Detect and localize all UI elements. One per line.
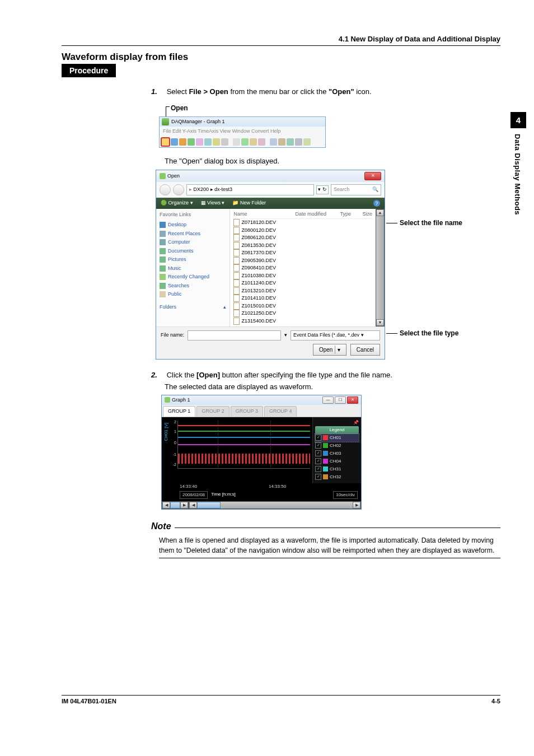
file-item[interactable]: Z0817370.DEV bbox=[232, 249, 373, 257]
tab-group2[interactable]: GROUP 2 bbox=[196, 406, 229, 417]
save-icon[interactable] bbox=[171, 138, 178, 146]
tab-group3[interactable]: GROUP 3 bbox=[231, 406, 263, 417]
file-item[interactable]: Z1021250.DEV bbox=[232, 310, 373, 318]
page-header: 4.1 New Display of Data and Additional D… bbox=[62, 35, 500, 45]
toolbar-icon[interactable] bbox=[303, 138, 311, 146]
file-item[interactable]: Z1010380.DEV bbox=[232, 272, 373, 280]
nav-back-icon[interactable] bbox=[160, 184, 171, 195]
toolbar-icon[interactable] bbox=[221, 138, 228, 146]
close-icon[interactable]: ✕ bbox=[364, 172, 381, 180]
toolbar-icon[interactable] bbox=[295, 138, 302, 146]
sidebar-item-documents[interactable]: Documents bbox=[160, 247, 226, 256]
open-button[interactable]: Open▾ bbox=[313, 344, 346, 356]
cancel-button[interactable]: Cancel bbox=[350, 344, 380, 356]
legend-item[interactable]: ✓CH04 bbox=[315, 458, 359, 465]
sidebar-item-computer[interactable]: Computer bbox=[160, 238, 226, 247]
filetype-select[interactable]: Event Data Files (*.dae, *.dev ▾ bbox=[291, 330, 380, 340]
search-input[interactable]: Search🔍 bbox=[331, 184, 381, 195]
checkbox-icon[interactable]: ✓ bbox=[315, 450, 321, 456]
file-icon bbox=[233, 257, 240, 264]
color-swatch bbox=[323, 474, 328, 479]
file-icon bbox=[233, 272, 240, 279]
note-body: When a file is opened and displayed as a… bbox=[159, 535, 500, 559]
help-icon[interactable]: ? bbox=[373, 200, 380, 207]
file-icon bbox=[233, 234, 240, 241]
sidebar-item-searches[interactable]: Searches bbox=[160, 282, 226, 291]
folders-toggle[interactable]: Folders▴ bbox=[160, 304, 226, 311]
file-item[interactable]: Z1014110.DEV bbox=[232, 295, 373, 302]
sidebar-item-pictures[interactable]: Pictures bbox=[160, 255, 226, 264]
checkbox-icon[interactable]: ✓ bbox=[315, 466, 321, 472]
new-folder-button[interactable]: 📁 New Folder bbox=[232, 199, 266, 207]
date-display: 2008/02/08 bbox=[180, 491, 208, 499]
views-menu[interactable]: ▦ Views ▾ bbox=[201, 199, 225, 207]
open-icon[interactable] bbox=[161, 138, 170, 146]
file-icon bbox=[233, 302, 240, 310]
group-tabs: GROUP 1 GROUP 2 GROUP 3 GROUP 4 bbox=[162, 405, 361, 417]
checkbox-icon[interactable]: ✓ bbox=[315, 474, 321, 480]
file-item[interactable]: Z1013210.DEV bbox=[232, 287, 373, 295]
file-item[interactable]: Z0905390.DEV bbox=[232, 257, 373, 265]
scroll-down-icon[interactable]: ▼ bbox=[376, 319, 384, 326]
legend-item[interactable]: ✓CH31 bbox=[315, 465, 359, 473]
waveform-plot[interactable]: CH01 [V] 2 1 0 -1 -2 bbox=[162, 417, 312, 480]
toolbar-icon[interactable] bbox=[196, 138, 203, 146]
toolbar-icon[interactable] bbox=[250, 138, 257, 146]
file-item[interactable]: Z0813530.DEV bbox=[232, 242, 373, 250]
toolbar-icon[interactable] bbox=[287, 138, 294, 146]
toolbar-icon[interactable] bbox=[278, 138, 285, 146]
file-item[interactable]: Z1015010.DEV bbox=[232, 302, 373, 310]
nav-fwd-icon[interactable] bbox=[173, 184, 184, 195]
file-icon bbox=[233, 295, 240, 302]
close-icon[interactable]: ✕ bbox=[347, 396, 358, 404]
procedure-heading: Procedure bbox=[62, 64, 116, 77]
maximize-icon[interactable]: ☐ bbox=[335, 396, 346, 404]
checkbox-icon[interactable]: ✓ bbox=[315, 435, 321, 441]
sidebar-item-music[interactable]: Music bbox=[160, 264, 226, 273]
file-item[interactable]: Z1315400.DEV bbox=[232, 318, 373, 325]
toolbar-icon[interactable] bbox=[179, 138, 186, 146]
cut-icon[interactable] bbox=[233, 138, 240, 146]
file-item[interactable]: Z0908410.DEV bbox=[232, 264, 373, 272]
dialog-icon bbox=[160, 173, 166, 179]
file-item[interactable]: Z0718120.DEV bbox=[232, 219, 373, 227]
file-item[interactable]: Z0800120.DEV bbox=[232, 227, 373, 235]
sidebar-item-public[interactable]: Public bbox=[160, 290, 226, 299]
scrollbar-vertical[interactable]: ▲ ▼ bbox=[376, 209, 385, 326]
filename-input[interactable] bbox=[188, 330, 281, 340]
menu-bar[interactable]: File Edit Y-Axis TimeAxis View Window Co… bbox=[160, 127, 325, 137]
sidebar-item-recent[interactable]: Recent Places bbox=[160, 230, 226, 239]
footer-left: IM 04L47B01-01EN bbox=[62, 698, 116, 704]
path-bar[interactable]: ▸ DX200 ▸ dx-test3 bbox=[186, 184, 314, 195]
footer-right: 4-5 bbox=[491, 698, 500, 704]
legend-item[interactable]: ✓CH01 bbox=[315, 434, 359, 442]
column-headers[interactable]: Name Date modified Type Size bbox=[232, 210, 373, 220]
toolbar-icon[interactable] bbox=[188, 138, 195, 146]
organize-menu[interactable]: 🟢 Organize ▾ bbox=[161, 199, 193, 207]
toolbar-icon[interactable] bbox=[213, 138, 220, 146]
legend-item[interactable]: ✓CH03 bbox=[315, 450, 359, 458]
file-icon bbox=[233, 287, 240, 295]
toolbar-icon[interactable] bbox=[270, 138, 277, 146]
scrollbar-left[interactable]: ◀▶ bbox=[162, 501, 189, 509]
scrollbar-main[interactable]: ◀▶ bbox=[189, 501, 361, 509]
sidebar-item-recently-changed[interactable]: Recently Changed bbox=[160, 273, 226, 282]
refresh-icon[interactable] bbox=[241, 138, 249, 146]
legend-pin-icon[interactable]: 📌 bbox=[315, 419, 359, 426]
tab-group1[interactable]: GROUP 1 bbox=[163, 406, 195, 417]
sidebar-item-desktop[interactable]: Desktop bbox=[160, 221, 226, 230]
dialog-title: Open bbox=[167, 172, 180, 180]
file-item[interactable]: Z0806120.DEV bbox=[232, 234, 373, 242]
graph-window: Graph 1 — ☐ ✕ GROUP 1 GROUP 2 GROUP 3 GR… bbox=[161, 395, 362, 510]
file-item[interactable]: Z1011240.DEV bbox=[232, 279, 373, 287]
toolbar-icon[interactable] bbox=[258, 138, 265, 146]
tab-group4[interactable]: GROUP 4 bbox=[264, 406, 297, 417]
legend-item[interactable]: ✓CH02 bbox=[315, 442, 359, 450]
open-dialog: Open ✕ ▸ DX200 ▸ dx-test3 ▾ ↻ Search🔍 🟢 … bbox=[156, 170, 385, 360]
checkbox-icon[interactable]: ✓ bbox=[315, 458, 321, 464]
checkbox-icon[interactable]: ✓ bbox=[315, 442, 321, 449]
minimize-icon[interactable]: — bbox=[322, 396, 334, 404]
scroll-up-icon[interactable]: ▲ bbox=[376, 209, 384, 216]
toolbar-icon[interactable] bbox=[204, 138, 212, 146]
legend-item[interactable]: ✓CH32 bbox=[315, 473, 359, 481]
